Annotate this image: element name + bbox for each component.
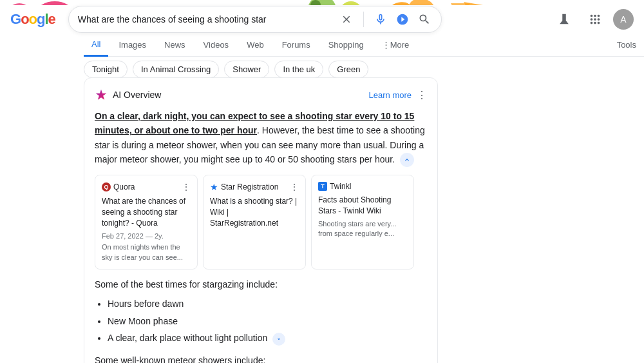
main-content: AI Overview Learn more ⋮ On a clear, dar…: [84, 77, 438, 363]
tab-forums-label: Forums: [282, 40, 310, 50]
flask-icon-button[interactable]: [551, 6, 577, 32]
tab-tools[interactable]: Tools: [609, 34, 644, 57]
google-logo: Google: [10, 11, 55, 28]
source-card-star-registration[interactable]: ★ Star Registration ⋮ What is a shooting…: [203, 175, 306, 270]
quora-card-title: What are the chances of seeing a shootin…: [102, 196, 191, 228]
stargazing-section: Some of the best times for stargazing in…: [95, 277, 427, 346]
tab-images[interactable]: Images: [111, 34, 154, 57]
collapse-summary-button[interactable]: [400, 153, 414, 167]
search-bar: [68, 6, 442, 33]
quora-card-snippet: On most nights when the sky is clear you…: [102, 242, 191, 262]
tab-news-label: News: [164, 40, 185, 50]
chevron-down-small-icon: [276, 336, 282, 342]
tab-more[interactable]: ⋮ More: [374, 34, 417, 57]
tab-forums[interactable]: Forums: [274, 34, 318, 57]
logo-g: G: [10, 11, 21, 27]
ai-header-left: AI Overview: [95, 88, 161, 101]
star-registration-icon: ★: [210, 182, 218, 192]
search-submit-button[interactable]: [417, 12, 432, 27]
source-twinkl-name: T Twinkl: [318, 182, 351, 191]
header: Google: [0, 5, 644, 34]
ai-header-right: Learn more ⋮: [369, 89, 427, 101]
chip-tonight[interactable]: Tonight: [84, 61, 128, 78]
logo-o2: o: [29, 11, 37, 27]
header-right: A: [551, 6, 634, 32]
tab-videos-label: Videos: [204, 40, 229, 50]
tab-videos[interactable]: Videos: [196, 34, 237, 57]
stargazing-item-3-expand[interactable]: [272, 333, 285, 346]
source-card-quora-header: Q Quora ⋮: [102, 182, 191, 192]
source-cards: Q Quora ⋮ What are the chances of seeing…: [95, 175, 427, 270]
tab-images-label: Images: [118, 40, 146, 50]
twinkl-favicon: T: [318, 182, 327, 191]
stargazing-heading: Some of the best times for stargazing in…: [95, 277, 427, 291]
tab-news[interactable]: News: [156, 34, 193, 57]
chip-animal-crossing[interactable]: In Animal Crossing: [133, 61, 219, 78]
star-more-options[interactable]: ⋮: [290, 182, 299, 192]
meteor-heading: Some well-known meteor showers include:: [95, 353, 427, 363]
clear-button[interactable]: [339, 12, 354, 27]
stargazing-item-2: New Moon phase: [108, 314, 427, 328]
quora-label: Quora: [113, 182, 135, 191]
ai-overview-header: AI Overview Learn more ⋮: [95, 88, 427, 101]
logo-o1: o: [21, 11, 28, 27]
user-avatar[interactable]: A: [613, 9, 634, 30]
source-card-quora[interactable]: Q Quora ⋮ What are the chances of seeing…: [95, 175, 198, 270]
ai-overview-title: AI Overview: [113, 90, 161, 100]
quora-more-options[interactable]: ⋮: [182, 182, 191, 192]
lens-search-button[interactable]: [395, 12, 410, 27]
tab-all[interactable]: All: [84, 34, 108, 57]
twinkl-label: Twinkl: [330, 182, 351, 191]
chevron-up-icon: [403, 156, 411, 164]
nav-tabs: All Images News Videos Web Forums Shoppi…: [84, 34, 644, 57]
quora-card-date: Feb 27, 2022 — 2y.: [102, 231, 191, 241]
source-card-twinkl-header: T Twinkl: [318, 182, 407, 191]
source-card-twinkl[interactable]: T Twinkl Facts about Shooting Stars - Tw…: [311, 175, 414, 270]
tab-web[interactable]: Web: [239, 34, 272, 57]
apps-grid-button[interactable]: [582, 6, 608, 32]
logo-g2: g: [37, 11, 44, 27]
divider: [363, 12, 364, 27]
stargazing-item-3: A clear, dark place without light pollut…: [108, 331, 427, 345]
source-card-star-header: ★ Star Registration ⋮: [210, 182, 299, 192]
source-quora-name: Q Quora: [102, 182, 135, 191]
ai-summary-text: On a clear, dark night, you can expect t…: [95, 109, 427, 167]
chip-shower[interactable]: Shower: [224, 61, 269, 78]
logo-e: e: [48, 11, 55, 27]
tab-more-label: ⋮: [382, 40, 390, 50]
search-icons: [339, 12, 432, 27]
source-star-name: ★ Star Registration: [210, 182, 278, 192]
learn-more-link[interactable]: Learn more: [369, 90, 412, 100]
search-input[interactable]: [78, 14, 334, 25]
star-card-title: What is a shooting star? | Wiki | StarRe…: [210, 196, 299, 228]
ai-more-options-button[interactable]: ⋮: [417, 89, 427, 101]
tab-tools-label: Tools: [617, 40, 636, 50]
chip-green[interactable]: Green: [328, 61, 368, 78]
chip-uk[interactable]: In the uk: [274, 61, 323, 78]
twinkl-card-title: Facts about Shooting Stars - Twinkl Wiki: [318, 195, 407, 217]
voice-search-button[interactable]: [373, 12, 388, 27]
meteor-section: Some well-known meteor showers include: …: [95, 353, 427, 363]
tab-all-label: All: [91, 39, 100, 49]
ai-overview-card: AI Overview Learn more ⋮ On a clear, dar…: [84, 77, 438, 363]
stargazing-item-1: Hours before dawn: [108, 297, 427, 311]
tab-web-label: Web: [247, 40, 264, 50]
star-registration-label: Star Registration: [221, 182, 278, 191]
quora-favicon: Q: [102, 182, 111, 191]
twinkl-card-snippet: Shooting stars are very... from space re…: [318, 219, 407, 239]
tab-shopping[interactable]: Shopping: [321, 34, 372, 57]
left-sidebar: [0, 77, 77, 363]
tab-shopping-label: Shopping: [328, 40, 364, 50]
ai-sparkle-icon: [95, 88, 108, 101]
stargazing-list: Hours before dawn New Moon phase A clear…: [95, 297, 427, 345]
